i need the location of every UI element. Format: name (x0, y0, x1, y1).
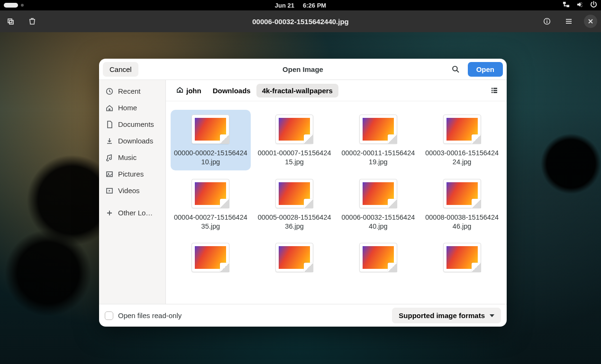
sidebar-item-recent[interactable]: Recent (99, 83, 165, 99)
sidebar-item-label: Pictures (118, 170, 144, 178)
file-name: 00004-00027-1515642435.jpg (173, 213, 248, 231)
search-button[interactable] (448, 61, 464, 77)
close-window-button[interactable] (584, 15, 597, 28)
sidebar-item-label: Recent (118, 87, 141, 95)
sidebar-item-downloads[interactable]: Downloads (99, 133, 165, 149)
file-name: 00006-00032-1515642440.jpg (341, 213, 416, 231)
file-item[interactable]: 00001-00007-1515642415.jpg (255, 110, 335, 170)
network-icon[interactable] (563, 1, 570, 9)
home-icon (106, 104, 113, 112)
image-thumbnail (191, 243, 229, 272)
svg-rect-10 (566, 21, 572, 22)
sidebar-item-other-locations[interactable]: Other Lo… (99, 204, 165, 221)
file-item[interactable]: 00006-00032-1515642440.jpg (338, 174, 419, 235)
svg-line-13 (457, 70, 459, 72)
sidebar-item-home[interactable]: Home (99, 99, 165, 116)
image-thumbnail (443, 179, 481, 208)
file-item[interactable]: 00005-00028-1515642436.jpg (255, 174, 335, 235)
pictures-icon (106, 170, 113, 178)
dialog-footer: Open files read-only Supported image for… (99, 304, 507, 327)
cancel-button[interactable]: Cancel (103, 62, 138, 77)
open-button[interactable]: Open (468, 62, 503, 77)
breadcrumb-label: Downloads (213, 87, 251, 95)
dialog-header: Cancel Open Image Open (99, 59, 507, 80)
places-sidebar: Recent Home Documents Downloads Music Pi… (99, 80, 166, 304)
breadcrumb-downloads[interactable]: Downloads (207, 84, 256, 98)
svg-rect-18 (492, 88, 493, 89)
file-grid[interactable]: 00000-00002-1515642410.jpg00001-00007-15… (166, 101, 507, 304)
readonly-label: Open files read-only (118, 311, 182, 320)
svg-point-7 (546, 19, 547, 20)
image-thumbnail (275, 243, 313, 272)
view-list-toggle[interactable] (487, 83, 502, 98)
topbar-time[interactable]: 6:26 PM (303, 2, 326, 9)
activities-button[interactable] (4, 3, 24, 8)
system-top-bar: Jun 21 6:26 PM (0, 0, 601, 10)
sidebar-item-music[interactable]: Music (99, 149, 165, 166)
svg-rect-0 (563, 2, 566, 4)
file-name: 00005-00028-1515642436.jpg (257, 213, 332, 231)
image-thumbnail (359, 243, 397, 272)
svg-rect-23 (493, 92, 497, 93)
sidebar-item-label: Other Lo… (118, 209, 153, 217)
readonly-checkbox[interactable] (105, 311, 113, 320)
svg-rect-4 (8, 19, 12, 23)
breadcrumb-label: 4k-fractal-wallpapers (262, 87, 333, 95)
svg-rect-22 (492, 92, 493, 93)
document-icon (106, 121, 113, 128)
info-button[interactable] (540, 15, 554, 28)
videos-icon (106, 187, 113, 195)
file-item[interactable] (171, 238, 251, 281)
sidebar-item-pictures[interactable]: Pictures (99, 166, 165, 182)
svg-point-16 (108, 173, 109, 174)
sidebar-item-label: Music (118, 153, 137, 161)
file-type-filter[interactable]: Supported image formats (392, 308, 501, 323)
file-item[interactable]: 00000-00002-1515642410.jpg (171, 110, 251, 170)
download-icon (106, 137, 113, 145)
activities-dot-icon (21, 4, 24, 7)
app-header-bar: 00006-00032-1515642440.jpg (0, 10, 601, 32)
file-item[interactable] (255, 238, 335, 281)
image-thumbnail (443, 115, 481, 144)
svg-rect-3 (564, 5, 568, 6)
file-item[interactable]: 00004-00027-1515642435.jpg (171, 174, 251, 235)
power-icon[interactable] (590, 1, 597, 9)
file-name: 00000-00002-1515642410.jpg (173, 149, 248, 167)
sidebar-item-label: Downloads (118, 137, 153, 145)
trash-button[interactable] (26, 15, 39, 28)
file-item[interactable]: 00008-00038-1515642446.jpg (422, 174, 502, 235)
breadcrumb-label: john (186, 87, 201, 95)
filter-label: Supported image formats (399, 311, 485, 320)
image-thumbnail (191, 179, 229, 208)
file-item[interactable]: 00003-00016-1515642424.jpg (422, 110, 502, 170)
svg-rect-5 (9, 20, 13, 24)
plus-icon (106, 209, 113, 217)
copy-button[interactable] (4, 15, 17, 28)
file-item[interactable] (338, 238, 419, 281)
image-thumbnail (359, 179, 397, 208)
chevron-down-icon (490, 314, 494, 317)
image-thumbnail (359, 115, 397, 144)
svg-rect-11 (566, 23, 572, 24)
volume-icon[interactable] (576, 1, 583, 9)
sidebar-item-documents[interactable]: Documents (99, 116, 165, 133)
hamburger-menu-button[interactable] (562, 15, 575, 28)
image-thumbnail (275, 115, 313, 144)
sidebar-item-videos[interactable]: Videos (99, 182, 165, 199)
file-name: 00001-00007-1515642415.jpg (257, 149, 332, 167)
sidebar-item-label: Documents (118, 120, 154, 128)
svg-rect-8 (546, 21, 547, 23)
image-thumbnail (443, 243, 481, 272)
svg-rect-9 (566, 19, 572, 20)
file-name: 00002-00011-1515642419.jpg (341, 149, 416, 167)
dialog-title: Open Image (282, 65, 323, 73)
sidebar-item-label: Home (118, 104, 137, 112)
svg-rect-20 (492, 90, 493, 91)
file-item[interactable] (422, 238, 502, 281)
file-item[interactable]: 00002-00011-1515642419.jpg (338, 110, 419, 170)
svg-rect-19 (493, 88, 497, 89)
image-thumbnail (191, 115, 229, 144)
breadcrumb-home[interactable]: john (171, 83, 207, 98)
topbar-date[interactable]: Jun 21 (275, 2, 294, 9)
breadcrumb-current[interactable]: 4k-fractal-wallpapers (256, 84, 338, 98)
